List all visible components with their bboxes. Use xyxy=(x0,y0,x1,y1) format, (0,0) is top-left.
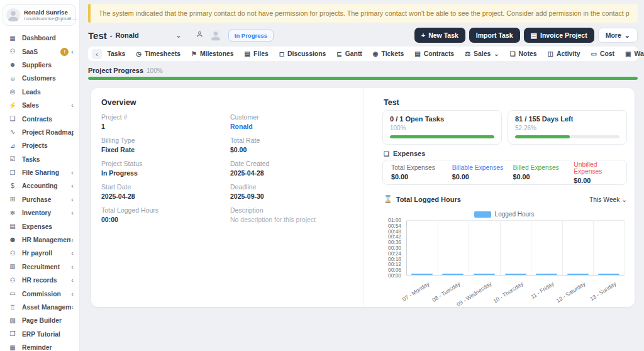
project-roadmap-icon: ∿ xyxy=(8,129,17,135)
field-value: No description for this project xyxy=(230,216,356,223)
sidebar-item-hr-payroll[interactable]: ⚇Hr payroll‹ xyxy=(0,247,79,260)
bar-logged-hours xyxy=(505,274,526,276)
logged-hours-chart: 01:0000:5400:4800:4200:3600:3000:2400:18… xyxy=(384,220,625,299)
range-selector[interactable]: This Week ⌄ xyxy=(589,196,627,203)
chevron-left-icon: ‹ xyxy=(71,264,74,270)
new-task-button[interactable]: + New Task xyxy=(414,28,465,43)
add-member-icon[interactable] xyxy=(196,30,204,41)
sidebar-item-hr-records[interactable]: ⚇HR records‹ xyxy=(0,274,79,287)
tab-activity[interactable]: ◫Activity xyxy=(542,47,586,61)
overview-fields: Project #1CustomerRonaldBilling TypeFixe… xyxy=(101,113,356,223)
expense-label: Unbilled Expenses xyxy=(574,161,626,175)
sidebar-item-expenses[interactable]: ▤Expenses xyxy=(0,220,79,233)
sidebar-item-accounting[interactable]: $Accounting‹ xyxy=(0,179,79,192)
sidebar-item-tasks[interactable]: ☑Tasks xyxy=(0,153,79,166)
tab-gantt[interactable]: ⊑Gantt xyxy=(331,47,368,61)
tab-label: Gantt xyxy=(345,50,362,57)
tab-warehouse[interactable]: ▣Warehouse xyxy=(620,47,644,61)
field-value: 2025-04-28 xyxy=(230,169,356,177)
cost-icon: ▭ xyxy=(591,51,596,57)
invoice-project-button[interactable]: ▤ Invoice Project xyxy=(524,28,594,43)
sidebar-item-label: Sales xyxy=(22,102,71,109)
tab-items: Tasks◷Timesheets⚑Milestones▤Files◻Discus… xyxy=(102,47,644,61)
hr-records-icon: ⚇ xyxy=(8,277,17,284)
sidebar-item-hr-management[interactable]: ⚉HR Management‹ xyxy=(0,233,79,247)
stat-boxes: 0 / 1 Open Tasks 100% 81 / 155 Days Left… xyxy=(382,110,627,145)
field-date-created: Date Created2025-04-28 xyxy=(230,160,356,177)
user-name: Ronald Sunrise xyxy=(24,9,77,16)
more-label: More xyxy=(606,31,621,39)
tab-sales[interactable]: ⚖Sales⌄ xyxy=(460,47,505,61)
field-value: In Progress xyxy=(101,169,230,177)
tab-label: Sales xyxy=(474,50,491,57)
sidebar-item-file-sharing[interactable]: ❒File Sharing‹ xyxy=(0,166,79,179)
project-subtitle: Ronald xyxy=(115,31,138,39)
tab-tasks[interactable]: Tasks xyxy=(102,47,131,61)
expenses-heading: ❏ Expenses xyxy=(384,150,425,157)
sidebar-item-saas[interactable]: ⚇SaaS!‹ xyxy=(0,45,79,58)
tab-discussions[interactable]: ◻Discussions xyxy=(274,47,331,61)
y-axis-tick: 00:24 xyxy=(388,251,401,256)
sidebar-item-contracts[interactable]: ❏Contracts xyxy=(0,112,79,125)
expenses-heading-label: Expenses xyxy=(393,150,425,157)
field-value: 2025-09-30 xyxy=(230,192,356,200)
sidebar-item-purchase[interactable]: ⊞Purchase‹ xyxy=(0,193,79,206)
sidebar-item-project-roadmap[interactable]: ∿Project Roadmap xyxy=(0,126,79,139)
tab-contracts[interactable]: ▤Contracts xyxy=(409,47,460,61)
sidebar-item-commission[interactable]: ▭Commission‹ xyxy=(0,287,79,300)
chart-legend[interactable]: Logged Hours xyxy=(374,211,635,218)
customers-icon: ☺ xyxy=(8,75,17,82)
x-axis-label: 12 - Saturday xyxy=(555,281,586,304)
sidebar-item-page-builder[interactable]: ▨Page Builder xyxy=(0,314,79,327)
import-task-button[interactable]: Import Task xyxy=(469,28,520,43)
timesheets-icon: ◷ xyxy=(136,51,142,57)
discussions-icon: ◻ xyxy=(279,51,284,57)
member-avatar[interactable] xyxy=(209,29,222,42)
tab-notes[interactable]: ❏Notes xyxy=(504,47,542,61)
sidebar-item-erp-tutorial[interactable]: ❐ERP Tutorial xyxy=(0,328,79,341)
accounting-icon: $ xyxy=(8,183,17,189)
sidebar-item-reminder[interactable]: ▦Reminder xyxy=(0,341,79,351)
sidebar-item-asset-management[interactable]: ♖Asset Management‹ xyxy=(0,301,79,314)
sidebar-item-label: Leads xyxy=(22,89,74,96)
tabs-scroll-left[interactable]: ‹ xyxy=(92,49,102,59)
warning-banner: The system indicated that the primary co… xyxy=(88,4,638,23)
tab-label: Milestones xyxy=(200,50,234,57)
sidebar-item-label: ERP Tutorial xyxy=(22,331,74,338)
sidebar-item-label: Commission xyxy=(22,291,71,298)
project-switcher-chevron-icon[interactable]: ⌄ xyxy=(175,31,182,40)
recruitment-icon: ▥ xyxy=(8,264,17,270)
sidebar-item-projects[interactable]: ⊿Projects xyxy=(0,139,79,152)
more-button[interactable]: More ⌄ xyxy=(598,28,638,43)
field-description: DescriptionNo description for this proje… xyxy=(230,206,356,223)
sidebar-item-label: Suppliers xyxy=(22,62,74,69)
sidebar-item-recruitment[interactable]: ▥Recruitment‹ xyxy=(0,260,79,274)
tab-milestones[interactable]: ⚑Milestones xyxy=(186,47,239,61)
sidebar-item-leads[interactable]: ◎Leads xyxy=(0,86,79,99)
chevron-down-icon: ⌄ xyxy=(494,51,499,57)
sidebar-item-inventory[interactable]: ❄Inventory‹ xyxy=(0,206,79,220)
tab-tickets[interactable]: ◉Tickets xyxy=(367,47,409,61)
status-badge: In Progress xyxy=(228,30,274,42)
sidebar-item-sales[interactable]: ⚡Sales‹ xyxy=(0,99,79,112)
chevron-left-icon: ‹ xyxy=(71,196,74,203)
sidebar-item-label: Purchase xyxy=(22,196,71,203)
sidebar-item-suppliers[interactable]: ☻Suppliers xyxy=(0,58,79,72)
user-profile-card[interactable]: Ronald Sunrise ronaldsunrise@gmail.... xyxy=(3,4,76,26)
notification-badge: ! xyxy=(60,48,69,56)
invoice-project-label: Invoice Project xyxy=(540,31,587,39)
sidebar-item-customers[interactable]: ☺Customers xyxy=(0,72,79,85)
open-tasks-bar xyxy=(390,135,494,138)
invoice-icon: ▤ xyxy=(531,32,537,39)
sidebar-item-dashboard[interactable]: ▦Dashboard xyxy=(0,31,79,45)
field-value[interactable]: Ronald xyxy=(230,123,356,130)
activity-icon: ◫ xyxy=(547,51,553,57)
project-tab-bar: ‹ Tasks◷Timesheets⚑Milestones▤Files◻Disc… xyxy=(88,47,638,61)
grid-line xyxy=(469,221,469,275)
tab-cost[interactable]: ▭Cost xyxy=(586,47,620,61)
logged-hours-title: Total Logged Hours xyxy=(396,196,461,203)
expense-unbilled-expenses: Unbilled Expenses$0.00 xyxy=(565,161,626,184)
tab-timesheets[interactable]: ◷Timesheets xyxy=(131,47,186,61)
tab-files[interactable]: ▤Files xyxy=(239,47,274,61)
sales-icon: ⚡ xyxy=(8,103,17,109)
